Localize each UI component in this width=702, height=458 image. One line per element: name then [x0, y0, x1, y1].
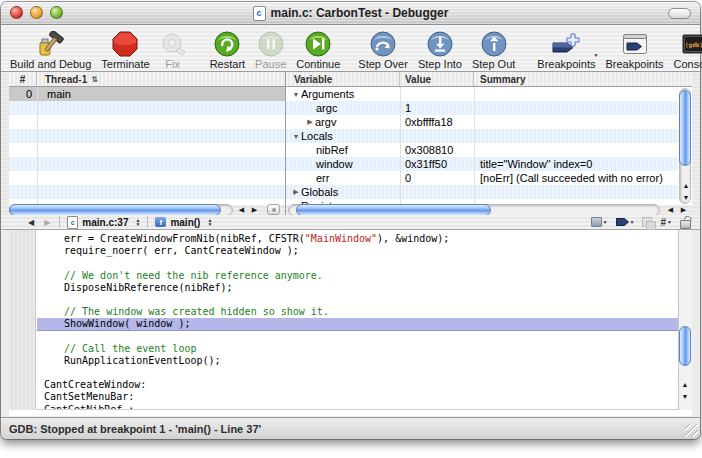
debugger-panes: # Thread-1 ⇅ 0main Variable Value Summar… [1, 72, 700, 215]
code-line: err = CreateWindowFromNib(nibRef, CFSTR(… [37, 233, 678, 245]
debugger-window: c main.c: CarbonTest - Debugger Build an… [1, 2, 700, 439]
breakpoints-button[interactable]: Breakpoints [600, 26, 668, 71]
forward-arrow-button[interactable]: ▶ [39, 218, 55, 227]
disclosure-closed-icon[interactable]: ▶ [291, 188, 301, 196]
variable-row[interactable]: nibRef0x308810 [286, 143, 678, 157]
line-number-menu-icon[interactable]: #▼ [660, 217, 672, 228]
toolbar-item-label: Step Over [358, 58, 408, 71]
empty-row-stripe [9, 185, 285, 199]
step-out-button[interactable]: Step Out [467, 26, 520, 71]
splitter-dimple-button[interactable] [267, 204, 280, 215]
variable-name: Locals [301, 130, 333, 142]
toolbar-item-label: Pause [255, 58, 286, 71]
build-and-debug-button[interactable]: Build and Debug [5, 26, 96, 71]
code-segment-plain: require_noerr( err, CantCreateWindow ); [64, 245, 299, 256]
variable-row[interactable]: ▼Arguments [286, 87, 678, 101]
variable-value: 0x308810 [400, 144, 474, 156]
variables-vertical-scrollbar[interactable]: ▲ ▼ [679, 88, 691, 204]
thread-pane-header: # Thread-1 ⇅ [9, 72, 285, 87]
code-line [37, 367, 678, 379]
variable-row[interactable]: ▶Globals [286, 185, 678, 199]
scroll-up-arrow-icon[interactable]: ▲ [680, 179, 693, 191]
code-line: // We don't need the nib reference anymo… [37, 270, 678, 282]
continue-button[interactable]: Continue [291, 26, 345, 71]
value-col-header[interactable]: Value [400, 72, 474, 86]
console-button[interactable]: (gdb)Console [669, 26, 702, 71]
toolbar-item-label: Build and Debug [10, 58, 91, 71]
disclosure-closed-icon[interactable]: ▶ [305, 118, 315, 126]
variable-col-header[interactable]: Variable [286, 72, 400, 86]
scroll-up-arrow-icon[interactable]: ▲ [679, 378, 692, 390]
variable-name: err [316, 172, 329, 184]
editor-vertical-scrollbar[interactable]: ▲ ▼ [678, 230, 692, 410]
variable-row[interactable]: ▼Locals [286, 129, 678, 143]
resize-grip[interactable] [685, 424, 698, 437]
code-line [37, 257, 678, 269]
continue-icon [305, 30, 331, 58]
code-line: require_noerr( err, CantCreateWindow ); [37, 245, 678, 257]
thread-row[interactable]: 0main [9, 87, 285, 101]
variables-horizontal-scrollbar[interactable]: ◀ ▶ [286, 205, 692, 215]
disclosure-open-icon[interactable]: ▼ [291, 91, 301, 98]
empty-row-stripe [9, 115, 285, 129]
code-segment-comment: // The window was created hidden so show… [64, 306, 329, 317]
disclosure-open-icon[interactable]: ▼ [291, 133, 301, 140]
code-segment-string: "MainWindow" [305, 233, 377, 244]
scroll-thumb[interactable] [679, 90, 691, 166]
restart-icon [214, 30, 240, 58]
summary-col-header[interactable]: Summary [474, 72, 692, 86]
back-arrow-button[interactable]: ◀ [23, 218, 39, 227]
restart-button[interactable]: Restart [205, 26, 250, 71]
thread-col-name-header[interactable]: Thread-1 ⇅ [37, 72, 285, 86]
source-editor[interactable]: err = CreateWindowFromNib(nibRef, CFSTR(… [9, 230, 692, 416]
hammer-icon [36, 30, 66, 58]
variable-name: Arguments [301, 88, 354, 100]
document-icon: c [253, 6, 266, 21]
step-over-button[interactable]: Step Over [353, 26, 413, 71]
stop-sign-icon [112, 30, 138, 58]
thread-col-number-header[interactable]: # [9, 72, 37, 86]
pane-splitter[interactable] [285, 72, 286, 215]
pause-button[interactable]: Pause [250, 26, 291, 71]
variable-row[interactable]: err0[noErr] (Call succeeded with no erro… [286, 171, 678, 185]
variable-value: 0 [400, 172, 474, 184]
breakpoints-button[interactable]: Breakpoints▼ [532, 26, 600, 71]
scroll-thumb[interactable] [679, 326, 691, 366]
code-segment-plain: ShowWindow( window ); [64, 318, 190, 329]
file-popup[interactable]: c main.c:37 ▲▼ [64, 216, 143, 229]
terminate-button[interactable]: Terminate [96, 26, 154, 71]
variable-name: window [316, 158, 353, 170]
function-popup[interactable]: f main() ▲▼ [152, 217, 215, 228]
toolbar-item-label: Step Out [472, 58, 515, 71]
menu-arrow-icon[interactable]: ▼ [594, 52, 599, 58]
toolbar-toggle-button[interactable] [668, 8, 691, 19]
title-bar[interactable]: c main.c: CarbonTest - Debugger [1, 2, 700, 25]
code-segment-plain: CantGetNibRef : [44, 404, 134, 410]
step-into-button[interactable]: Step Into [413, 26, 467, 71]
bookmarks-menu-icon[interactable]: ▼ [591, 217, 608, 227]
toolbar-item-label: Breakpoints [605, 58, 663, 71]
function-icon: f [155, 217, 166, 227]
code-segment-comment: // Call the event loop [64, 343, 196, 354]
toolbar-item-label: Terminate [101, 58, 149, 71]
counterparts-icon[interactable] [642, 217, 652, 227]
thread-horizontal-scrollbar[interactable]: ◀ ▶ [9, 205, 285, 215]
variable-row[interactable]: ▶argv0xbffffa18 [286, 115, 678, 129]
code-line: RunApplicationEventLoop(); [37, 355, 678, 367]
scroll-down-arrow-icon[interactable]: ▼ [680, 191, 693, 203]
code-area[interactable]: err = CreateWindowFromNib(nibRef, CFSTR(… [37, 230, 678, 410]
variable-row[interactable]: window0x31ff50title="Window" index=0 [286, 157, 678, 171]
scroll-down-arrow-icon[interactable]: ▼ [679, 390, 692, 402]
variable-row[interactable]: argc1 [286, 101, 678, 115]
lock-open-icon[interactable] [680, 215, 691, 229]
code-segment-comment: // We don't need the nib reference anymo… [64, 270, 323, 281]
fix-button[interactable]: Fix [155, 26, 191, 71]
breakpoint-menu-icon[interactable]: ▼ [616, 218, 635, 226]
empty-row-stripe [9, 143, 285, 157]
status-text: GDB: Stopped at breakpoint 1 - 'main() -… [9, 423, 261, 435]
code-line: CantSetMenuBar: [37, 391, 678, 403]
step-into-icon [427, 30, 453, 58]
code-segment-plain: CantCreateWindow: [44, 379, 146, 390]
variable-pane-header: Variable Value Summary [286, 72, 692, 87]
breakpoint-gutter[interactable] [9, 230, 36, 410]
